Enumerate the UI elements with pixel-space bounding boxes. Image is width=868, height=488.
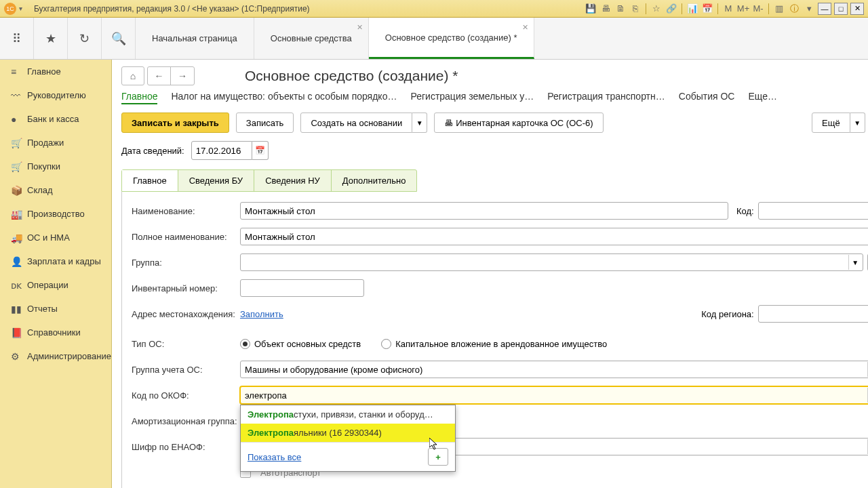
page-title: Основное средство (создание) * <box>245 68 458 84</box>
window-minimize[interactable]: — <box>818 3 831 15</box>
date-input[interactable] <box>191 141 252 160</box>
okof-input[interactable]: электропа ▼ Электропастухи, привязи, ста… <box>240 386 868 404</box>
tab-fixed-asset-create[interactable]: Основное средство (создание) *✕ <box>369 18 534 59</box>
sidebar-item-4[interactable]: 🛒Покупки <box>0 155 111 178</box>
subtab-main[interactable]: Главное <box>121 91 158 104</box>
window-close[interactable]: ✕ <box>850 3 864 15</box>
tb-mp-btn[interactable]: M+ <box>737 3 749 15</box>
tb-preview-icon[interactable]: 🗎 <box>614 3 627 15</box>
apps-icon[interactable]: ⠿ <box>0 18 34 59</box>
sidebar-item-8[interactable]: 👤Зарплата и кадры <box>0 249 111 273</box>
sidebar-item-10[interactable]: ▮▮Отчеты <box>0 297 111 321</box>
fullname-label: Полное наименование: <box>132 232 240 242</box>
form-tab-bu[interactable]: Сведения БУ <box>178 170 255 191</box>
fullname-input[interactable] <box>240 228 868 245</box>
sidebar-item-label: Главное <box>27 66 61 77</box>
titlebar: 1С ▾ Бухгалтерия предприятия, редакция 3… <box>0 0 868 18</box>
dropdown-item[interactable]: Электропастухи, привязи, станки и оборуд… <box>241 405 455 424</box>
sidebar-item-label: Производство <box>27 209 85 219</box>
group-label: Группа: <box>132 258 240 268</box>
chevron-down-icon[interactable]: ▼ <box>848 255 862 270</box>
inventory-card-button[interactable]: 🖶 Инвентарная карточка ОС (ОС-6) <box>434 113 603 133</box>
tb-mm-btn[interactable]: M- <box>752 3 764 15</box>
sidebar-item-6[interactable]: 🏭Производство <box>0 202 111 226</box>
form-tab-nu[interactable]: Сведения НУ <box>254 170 332 191</box>
save-close-button[interactable]: Записать и закрыть <box>121 113 229 133</box>
sidebar-icon: ● <box>11 114 27 125</box>
create-based-button[interactable]: Создать на основании <box>300 113 412 133</box>
back-button[interactable]: ← <box>148 67 171 85</box>
home-button[interactable]: ⌂ <box>121 66 144 85</box>
inv-num-input[interactable] <box>240 279 364 297</box>
show-all-link[interactable]: Показать все <box>248 452 301 462</box>
sidebar-icon: ⚙ <box>11 351 27 362</box>
chevron-down-icon[interactable]: ▼ <box>412 113 427 133</box>
sidebar-item-label: Руководителю <box>27 90 86 100</box>
group-select[interactable]: ▼ <box>240 253 863 271</box>
save-button[interactable]: Записать <box>236 113 294 133</box>
more-button[interactable]: Ещё <box>812 113 850 133</box>
titlebar-menu-dd[interactable]: ▾ <box>19 5 30 12</box>
sidebar-item-1[interactable]: 〰Руководителю <box>0 83 111 107</box>
region-input[interactable] <box>758 305 868 323</box>
tb-save-icon[interactable]: 💾 <box>585 3 597 15</box>
sidebar-item-7[interactable]: 🚚ОС и НМА <box>0 226 111 249</box>
okof-dropdown: Электропастухи, привязи, станки и оборуд… <box>240 405 456 472</box>
radio-capital[interactable] <box>381 339 391 349</box>
subtab-events[interactable]: События ОС <box>679 91 735 104</box>
tb-print-icon[interactable]: 🖶 <box>599 3 612 15</box>
history-icon[interactable]: ↻ <box>68 18 102 59</box>
sidebar-item-2[interactable]: ●Банк и касса <box>0 107 111 131</box>
tab-fixed-assets[interactable]: Основные средства✕ <box>254 18 369 59</box>
tb-panels-icon[interactable]: ▥ <box>773 3 785 15</box>
sidebar-item-0[interactable]: ≡Главное <box>0 60 111 83</box>
acc-group-select[interactable]: Машины и оборудование (кроме офисного)▼ <box>240 361 868 378</box>
sidebar-item-5[interactable]: 📦Склад <box>0 178 111 202</box>
form-tab-main[interactable]: Главное <box>122 170 178 191</box>
tb-calendar-icon[interactable]: 📅 <box>701 3 713 15</box>
tb-dd-icon[interactable]: ▾ <box>803 3 815 15</box>
window-maximize[interactable]: □ <box>834 3 848 15</box>
close-icon[interactable]: ✕ <box>522 23 528 32</box>
form-tab-additional[interactable]: Дополнительно <box>332 170 417 191</box>
sidebar: ≡Главное〰Руководителю●Банк и касса🛒Прода… <box>0 60 112 488</box>
code-input[interactable] <box>758 202 868 220</box>
subtab-transport-reg[interactable]: Регистрация транспортн… <box>547 91 665 104</box>
tb-link-icon[interactable]: 🔗 <box>665 3 677 15</box>
sidebar-item-9[interactable]: ᴅᴋОперации <box>0 273 111 297</box>
tab-start-page[interactable]: Начальная страница <box>136 18 254 59</box>
star-icon[interactable]: ★ <box>34 18 68 59</box>
search-icon[interactable]: 🔍 <box>102 18 136 59</box>
main-content: ✕ ⌂ ← → Основное средство (создание) * Г… <box>112 60 868 488</box>
address-fill-link[interactable]: Заполнить <box>240 309 283 319</box>
sidebar-icon: 👤 <box>11 256 27 267</box>
calendar-icon[interactable]: 📅 <box>252 141 269 160</box>
forward-button[interactable]: → <box>171 67 194 85</box>
radio-object[interactable] <box>240 339 250 349</box>
chevron-down-icon[interactable]: ▼ <box>850 113 865 133</box>
tb-calc-icon[interactable]: 📊 <box>686 3 698 15</box>
sidebar-item-label: ОС и НМА <box>27 232 70 243</box>
subtab-more[interactable]: Еще… <box>748 91 777 104</box>
tb-m-btn[interactable]: M <box>722 3 734 15</box>
sidebar-item-3[interactable]: 🛒Продажи <box>0 131 111 155</box>
tb-fav-icon[interactable]: ☆ <box>650 3 663 15</box>
sidebar-icon: 📕 <box>11 327 27 338</box>
tb-info-icon[interactable]: ⓘ <box>788 3 800 15</box>
sidebar-item-label: Склад <box>27 185 53 195</box>
name-input[interactable] <box>240 202 728 220</box>
subtab-land-reg[interactable]: Регистрация земельных у… <box>410 91 534 104</box>
code-label: Код: <box>736 206 754 216</box>
enaof-label: Шифр по ЕНАОФ: <box>132 442 240 452</box>
toolbar: ⠿ ★ ↻ 🔍 Начальная страница Основные сред… <box>0 18 868 60</box>
sidebar-item-label: Операции <box>27 280 68 290</box>
name-label: Наименование: <box>132 206 240 216</box>
sidebar-item-12[interactable]: ⚙Администрирование <box>0 344 111 368</box>
dropdown-item-selected[interactable]: Электропаяльники (16 2930344) <box>241 424 455 442</box>
tb-compare-icon[interactable]: ⎘ <box>629 3 642 15</box>
sidebar-item-label: Покупки <box>27 161 60 171</box>
sidebar-item-11[interactable]: 📕Справочники <box>0 321 111 344</box>
add-button[interactable]: + <box>428 448 448 466</box>
close-icon[interactable]: ✕ <box>357 23 363 32</box>
subtab-property-tax[interactable]: Налог на имущество: объекты с особым пор… <box>171 91 397 104</box>
